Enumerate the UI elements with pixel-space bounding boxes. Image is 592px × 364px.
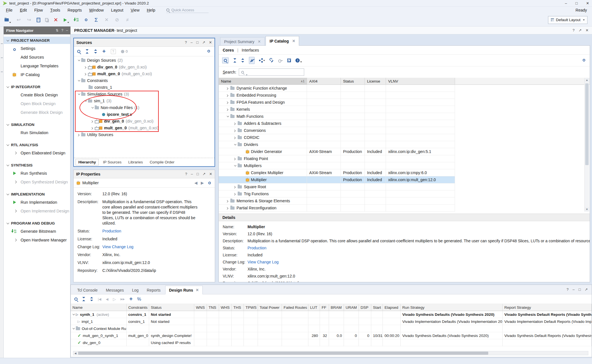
flow-item-generate-bitstream[interactable]: 01 10Generate Bitstream — [4, 227, 70, 236]
expander-icon[interactable]: ▷ — [76, 313, 78, 316]
maximize-icon[interactable]: □ — [575, 1, 578, 5]
catalog-row-square-root[interactable]: Square Root — [219, 183, 590, 190]
redo-icon[interactable]: ↪ — [26, 17, 32, 23]
misc-icon[interactable]: ≠ — [125, 17, 130, 23]
generate-bitstream-icon[interactable]: 01 10 — [74, 18, 79, 22]
flow-item-language-templates[interactable]: Language Templates — [4, 61, 70, 70]
tree-item-ipcore-test-v[interactable]: ipcore_test.v — [74, 111, 215, 118]
expand-icon[interactable] — [77, 134, 79, 136]
help-icon[interactable]: ? — [567, 287, 569, 292]
tree-item-constrs-1[interactable]: constrs_1 — [74, 84, 215, 91]
flow-section-header-ip-integrator[interactable]: IP INTEGRATOR — [4, 83, 70, 90]
expand-all-icon[interactable] — [90, 297, 93, 301]
expander-icon[interactable]: ▷ — [78, 320, 80, 323]
column-header-status[interactable]: Status — [341, 78, 365, 85]
copy-icon[interactable] — [45, 18, 48, 22]
back-icon[interactable]: ◀ — [194, 181, 197, 185]
collapse-all-icon[interactable] — [85, 49, 89, 54]
column-header-name[interactable]: Name∧1 — [219, 78, 307, 85]
expand-icon[interactable] — [84, 66, 86, 68]
menu-file[interactable]: File — [2, 7, 16, 14]
gear-icon[interactable] — [208, 182, 211, 184]
design-run-row-mult-gen-0-synth-1[interactable]: ✓mult_gen_0_synth_1mult_gen_0synth_desig… — [71, 332, 592, 339]
close-icon[interactable]: ✕ — [586, 28, 589, 32]
expand-icon[interactable] — [226, 87, 228, 90]
info-icon[interactable]: i — [295, 58, 302, 63]
close-icon[interactable]: ✕ — [586, 1, 589, 5]
expand-icon[interactable] — [233, 193, 235, 195]
column-header-status[interactable]: Status — [149, 304, 194, 311]
close-icon[interactable]: ✕ — [209, 172, 212, 176]
menu-view[interactable]: View — [127, 7, 143, 14]
catalog-row-floating-point[interactable]: Floating Point — [219, 155, 590, 162]
help-icon[interactable]: ? — [61, 28, 63, 32]
step-forward-icon[interactable]: ▶▶ — [120, 298, 125, 301]
tab-design-runs[interactable]: Design Runs✕ — [165, 286, 203, 294]
flow-item-add-sources[interactable]: Add Sources — [4, 53, 70, 61]
collapse-all-icon[interactable] — [233, 58, 237, 63]
flow-item-open-hardware-manager[interactable]: Open Hardware Manager — [4, 236, 70, 244]
settings-gear-icon[interactable] — [583, 59, 585, 61]
close-icon[interactable]: ✕ — [258, 39, 261, 44]
minimize-icon[interactable]: – — [66, 28, 68, 32]
column-header-elapsed[interactable]: Elapsed — [383, 304, 401, 311]
quick-access-input[interactable]: Quick Access — [166, 7, 209, 13]
flow-item-generate-block-design[interactable]: Generate Block Design — [4, 108, 70, 117]
column-header-total-power[interactable]: Total Power — [258, 304, 282, 311]
tree-item-utility-sources[interactable]: Utility Sources — [74, 131, 215, 138]
close-icon[interactable]: ✕ — [196, 288, 199, 292]
property-value[interactable]: Production — [102, 228, 198, 234]
flow-section-header-synthesis[interactable]: SYNTHESIS — [4, 161, 70, 169]
column-header-license[interactable]: License — [365, 78, 386, 85]
flow-section-header-project-manager[interactable]: PROJECT MANAGER — [4, 37, 70, 44]
catalog-row-multipliers[interactable]: Multipliers — [219, 162, 590, 169]
design-run-row-out-of-context-module-runs[interactable]: Out-of-Context Module Runs — [71, 325, 592, 332]
menu-layout[interactable]: Layout — [107, 7, 127, 14]
open-project-icon[interactable] — [5, 17, 11, 23]
layout-selector[interactable]: Default Layout — [548, 16, 587, 24]
column-header-constraints[interactable]: Constraints — [127, 304, 149, 311]
maximize-icon[interactable]: □ — [196, 172, 199, 176]
percent-icon[interactable]: % — [137, 297, 141, 302]
step-back-icon[interactable]: ◀ — [106, 297, 108, 301]
add-icon[interactable]: + — [102, 49, 106, 54]
column-header-start[interactable]: Start — [371, 304, 383, 311]
menu-help[interactable]: Help — [143, 7, 159, 14]
catalog-row-embedded-processing[interactable]: Embedded Processing — [219, 92, 590, 99]
catalog-row-dividers[interactable]: Dividers — [219, 141, 590, 148]
tree-item-mult-gen-0[interactable]: mult_gen_0 (mult_gen_0.xci) — [74, 70, 215, 77]
float-icon[interactable]: ↗ — [578, 28, 582, 32]
catalog-row-conversions[interactable]: Conversions — [219, 127, 590, 134]
tab-reports[interactable]: Reports — [143, 286, 164, 294]
expand-icon[interactable] — [84, 73, 86, 75]
column-header-uram[interactable]: URAM — [344, 304, 359, 311]
column-header-ths[interactable]: THS — [232, 304, 244, 311]
menu-window[interactable]: Window — [85, 7, 107, 14]
sources-panel-header[interactable]: Sources ?–□↗✕ — [74, 38, 215, 47]
forward-icon[interactable]: ▶ — [201, 181, 204, 185]
column-header-wns[interactable]: WNS — [194, 304, 207, 311]
expand-icon[interactable] — [226, 108, 228, 111]
column-header-report-strategy[interactable]: Report Strategy — [503, 304, 592, 311]
column-header-failed-routes[interactable]: Failed Routes — [282, 304, 308, 311]
tab-project-summary[interactable]: Project Summary✕ — [220, 37, 265, 46]
flow-item-open-elaborated-design[interactable]: Open Elaborated Design — [4, 148, 70, 157]
menu-reports[interactable]: Reports — [64, 7, 85, 14]
collapse-icon[interactable] — [78, 92, 80, 95]
flow-item-open-block-design[interactable]: Open Block Design — [4, 99, 70, 108]
help-icon[interactable]: ? — [573, 28, 575, 32]
delete-icon[interactable]: ✕ — [53, 17, 59, 23]
column-header-tpws[interactable]: TPWS — [244, 304, 258, 311]
flow-item-settings[interactable]: Settings — [4, 44, 70, 53]
horizontal-scrollbar[interactable]: ◀ — [73, 351, 588, 355]
tree-item-div-gen-0[interactable]: div_gen_0 (div_gen_0.xci) — [74, 118, 215, 125]
license-key-icon[interactable] — [278, 59, 283, 62]
collapse-icon[interactable] — [78, 79, 80, 81]
minimize-icon[interactable]: – — [191, 40, 193, 45]
catalog-row-dynamic-function-exchange[interactable]: Dynamic Function eXchange — [219, 85, 590, 92]
column-header-ff[interactable]: FF — [320, 304, 329, 311]
tab-log[interactable]: Log — [128, 286, 142, 294]
column-header-run-strategy[interactable]: Run Strategy — [401, 304, 503, 311]
tab-ip-sources[interactable]: IP Sources — [100, 159, 124, 165]
search-icon[interactable] — [74, 298, 78, 301]
